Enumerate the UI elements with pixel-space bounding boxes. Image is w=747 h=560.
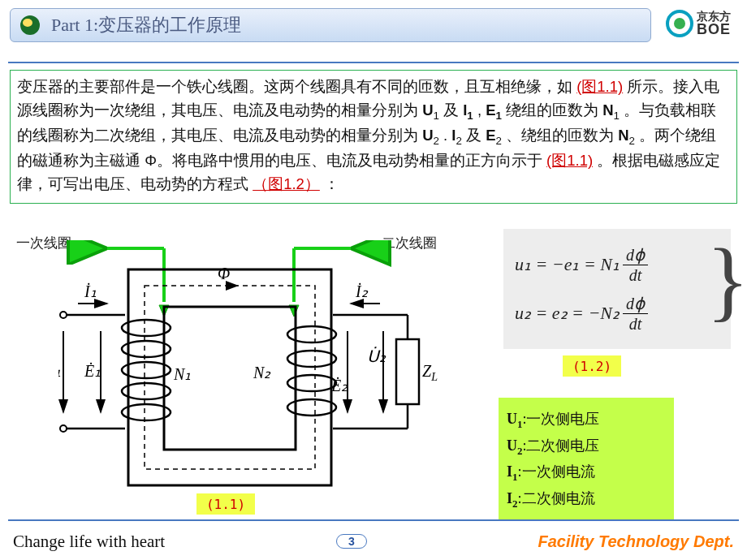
legend-u1: U1:一次侧电压	[507, 409, 666, 431]
n1-label: N₁	[173, 365, 191, 383]
svg-rect-10	[145, 286, 315, 469]
u2-label: U̇₂	[367, 347, 386, 365]
svg-point-1	[23, 19, 32, 27]
legend-i1: I1:一次侧电流	[507, 462, 666, 484]
logo-en: BOE	[697, 22, 731, 37]
phi-label: Φ	[218, 265, 230, 282]
intro-paragraph: 变压器的主要部件是一个铁心线圈。这两个线圈具有不同的匝数，且互相绝缘，如 (图1…	[10, 70, 737, 204]
n2-label: N₂	[253, 364, 271, 381]
svg-point-23	[60, 312, 67, 318]
svg-point-24	[60, 425, 67, 432]
figure-1-2-link[interactable]: （图1.2）	[253, 175, 320, 192]
footer-dept: Facility Technology Dept.	[538, 532, 734, 551]
brace-icon: }	[706, 235, 747, 325]
footer: Change life with heart 3 Facility Techno…	[8, 519, 739, 555]
i2-label: İ₂	[355, 282, 369, 300]
equation-box: u₁ = −e₁ = N₁ dϕdt u₂ = e₂ = −N₂ dϕdt	[503, 229, 731, 349]
brand-logo: 京东方 BOE	[658, 4, 739, 43]
header-bar: Part 1:变压器的工作原理	[10, 8, 651, 42]
figure-1-1-link-b[interactable]: (图1.1)	[546, 152, 593, 169]
svg-text:ZL: ZL	[422, 362, 438, 383]
symbol-legend: U1:一次侧电压 U2:二次侧电压 I1:一次侧电流 I2:二次侧电流	[499, 398, 674, 521]
e1-label: Ė₁	[84, 362, 101, 380]
legend-u2: U2:二次侧电压	[507, 436, 666, 458]
figure-1-1-caption: (1.1)	[196, 493, 255, 515]
legend-i2: I2:二次侧电流	[507, 489, 666, 510]
logo-cn: 京东方	[697, 11, 731, 22]
page-title: Part 1:变压器的工作原理	[51, 13, 241, 37]
figure-1-1-link[interactable]: (图1.1)	[576, 78, 623, 95]
divider	[8, 62, 739, 63]
i1-label: İ₁	[84, 282, 97, 300]
e2-label: Ė₂	[330, 377, 348, 394]
svg-rect-32	[396, 339, 419, 404]
logo-ring-icon	[666, 10, 693, 37]
u1-label: U̇₁	[58, 361, 61, 380]
bullet-sphere-icon	[19, 14, 41, 37]
figure-1-2-caption: (1.2)	[563, 355, 621, 377]
transformer-diagram: Φ İ₁ U̇₁ Ė₁ N₁ ZL İ₂ U̇₂ Ė₂ N₂	[58, 240, 464, 500]
footer-tagline: Change life with heart	[13, 532, 165, 552]
page-number: 3	[336, 534, 367, 549]
